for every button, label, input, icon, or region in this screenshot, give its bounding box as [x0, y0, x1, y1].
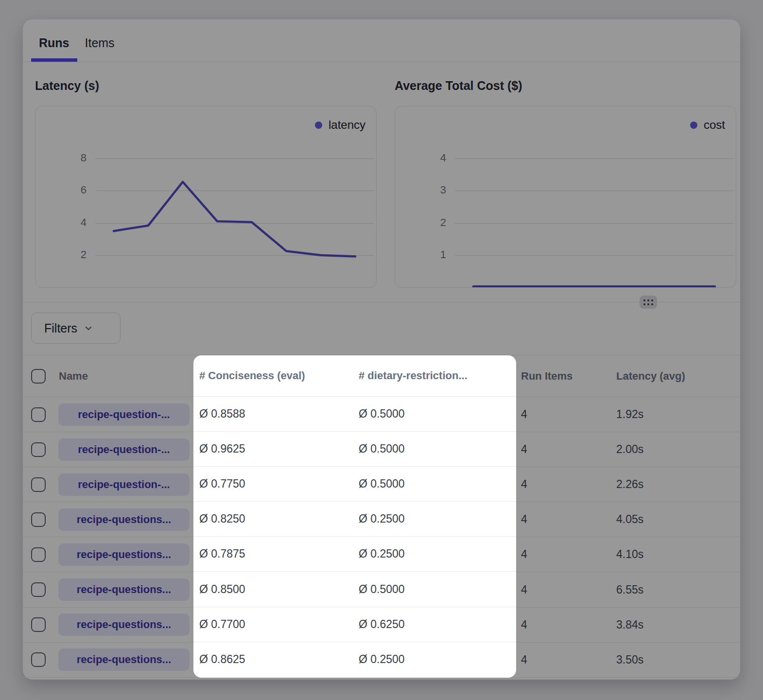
spotlight-row: Ø 0.7700 Ø 0.6250	[193, 607, 516, 642]
dietary-score: Ø 0.5000	[353, 442, 516, 455]
conciseness-score: Ø 0.8625	[193, 653, 353, 666]
spotlight-row: Ø 0.7750 Ø 0.5000	[193, 467, 516, 502]
conciseness-score: Ø 0.8250	[193, 512, 353, 525]
dietary-score: Ø 0.2500	[353, 512, 516, 525]
column-header-conciseness: # Conciseness (eval)	[193, 369, 353, 382]
conciseness-score: Ø 0.8500	[193, 583, 353, 596]
spotlight-highlight: # Conciseness (eval) # dietary-restricti…	[193, 355, 516, 678]
spotlight-header-row: # Conciseness (eval) # dietary-restricti…	[193, 355, 516, 397]
page-background: Runs Items Latency (s) 8 6 4 2	[0, 0, 763, 700]
column-header-dietary-restriction: # dietary-restriction...	[353, 369, 516, 382]
conciseness-score: Ø 0.7875	[193, 547, 353, 560]
conciseness-score: Ø 0.9625	[193, 442, 353, 455]
conciseness-score: Ø 0.7750	[193, 477, 353, 490]
dietary-score: Ø 0.2500	[353, 547, 516, 560]
conciseness-score: Ø 0.7700	[193, 618, 353, 631]
dietary-score: Ø 0.2500	[353, 653, 516, 666]
dietary-score: Ø 0.5000	[353, 477, 516, 490]
dietary-score: Ø 0.5000	[353, 407, 516, 420]
spotlight-row: Ø 0.7875 Ø 0.2500	[193, 537, 516, 572]
spotlight-row: Ø 0.8588 Ø 0.5000	[193, 397, 516, 432]
dietary-score: Ø 0.6250	[353, 618, 516, 631]
spotlight-row: Ø 0.9625 Ø 0.5000	[193, 432, 516, 467]
spotlight-row: Ø 0.8500 Ø 0.5000	[193, 572, 516, 607]
spotlight-row: Ø 0.8250 Ø 0.2500	[193, 502, 516, 537]
dietary-score: Ø 0.5000	[353, 583, 516, 596]
conciseness-score: Ø 0.8588	[193, 407, 353, 420]
spotlight-row: Ø 0.8625 Ø 0.2500	[193, 642, 516, 677]
